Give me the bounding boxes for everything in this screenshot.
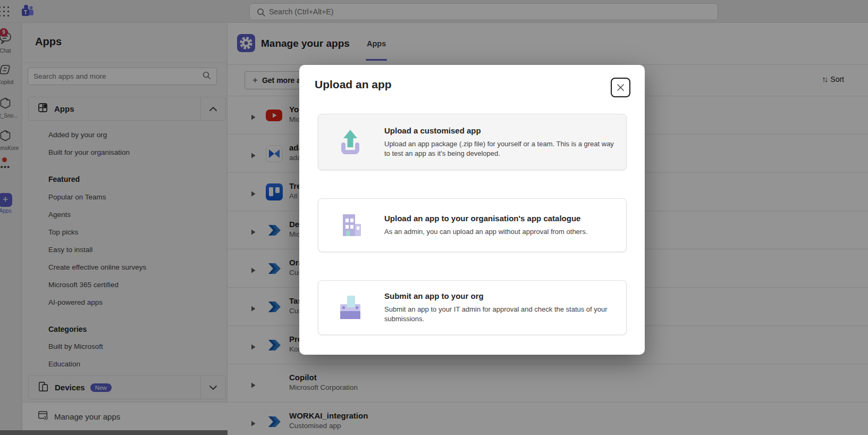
upload-an-app-dialog: Upload an app Upload a customised app Up… [299, 65, 645, 355]
card-description: Submit an app to your IT admin for appro… [384, 305, 621, 324]
submit-to-org-card[interactable]: Submit an app to your org Submit an app … [318, 280, 627, 335]
card-title: Submit an app to your org [384, 291, 621, 300]
close-icon [617, 83, 625, 91]
upload-arrow-icon [335, 127, 365, 157]
dialog-title: Upload an app [315, 78, 392, 91]
building-icon [335, 211, 365, 240]
upload-to-catalogue-card[interactable]: Upload an app to your organisation's app… [318, 198, 627, 252]
card-title: Upload a customised app [384, 126, 621, 135]
submission-box-icon [335, 293, 365, 323]
card-description: Upload an app package (.zip file) for yo… [384, 139, 621, 158]
card-title: Upload an app to your organisation's app… [384, 214, 587, 223]
close-button[interactable] [611, 78, 630, 97]
upload-customised-app-card[interactable]: Upload a customised app Upload an app pa… [318, 114, 627, 170]
card-description: As an admin, you can upload an app witho… [384, 227, 587, 237]
